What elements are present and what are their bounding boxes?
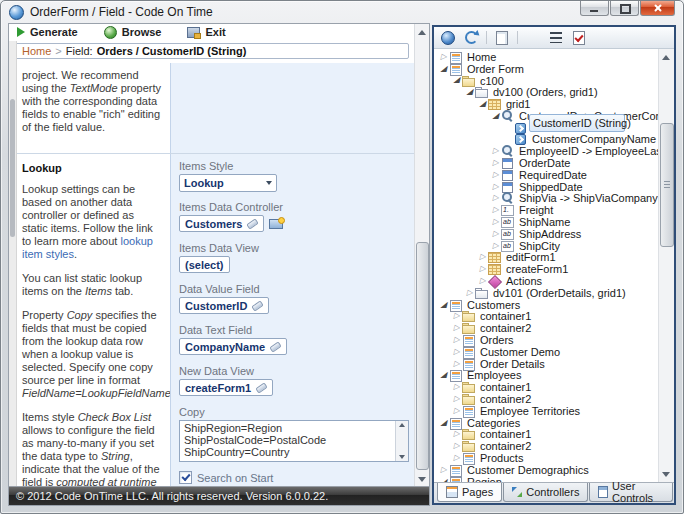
tree-item[interactable]: Order Details	[435, 358, 658, 370]
tree-item[interactable]: CustomerCompanyName (String)	[435, 134, 658, 146]
expand-toggle-icon[interactable]	[490, 230, 501, 238]
checkbox-search-on-start[interactable]	[179, 471, 192, 484]
tree-item[interactable]: Actions	[435, 275, 658, 287]
minimize-button[interactable]	[580, 1, 609, 16]
tab-controllers[interactable]: Controllers	[503, 483, 588, 502]
expand-toggle-icon[interactable]	[438, 466, 449, 474]
tree-item[interactable]: Categories	[435, 417, 658, 429]
tree-item[interactable]: ShipCity	[435, 240, 658, 252]
scroll-up-button[interactable]	[415, 25, 428, 39]
picker-items-data-view[interactable]: (select)	[179, 256, 230, 273]
expand-toggle-icon[interactable]	[451, 312, 462, 320]
tree-item[interactable]: ShipAddress	[435, 228, 658, 240]
picker-data-value-field[interactable]: CustomerID	[179, 297, 269, 314]
tree-item[interactable]: OrderDate	[435, 157, 658, 169]
tree-item[interactable]: c100	[435, 75, 658, 87]
expand-toggle-icon[interactable]	[490, 206, 501, 214]
expand-toggle-icon[interactable]	[490, 218, 501, 226]
breadcrumb-home-link[interactable]: Home	[22, 45, 51, 57]
left-edge-scrollbar[interactable]	[9, 41, 17, 487]
expand-toggle-icon[interactable]	[490, 147, 501, 155]
tree-scrollbar-thumb[interactable]	[660, 123, 674, 247]
tree-item[interactable]: Customer Demographics	[435, 464, 658, 476]
textarea-copy[interactable]: ShipRegion=Region ShipPostalCode=PostalC…	[179, 420, 409, 462]
tree-item[interactable]: container1	[435, 429, 658, 441]
tree-item[interactable]: Freight	[435, 204, 658, 216]
tree-item[interactable]: Products	[435, 452, 658, 464]
expand-toggle-icon[interactable]	[490, 242, 501, 250]
expand-toggle-icon[interactable]	[451, 360, 462, 368]
explorer-button-globe-sync[interactable]	[440, 30, 456, 46]
expand-toggle-icon[interactable]	[451, 395, 462, 403]
collapse-toggle-icon[interactable]	[438, 371, 449, 379]
tree-item[interactable]: editForm1	[435, 252, 658, 264]
tree-item[interactable]: container2	[435, 322, 658, 334]
tree-item[interactable]: Order Form	[435, 63, 658, 75]
expand-toggle-icon[interactable]	[477, 265, 488, 273]
expand-toggle-icon[interactable]	[477, 277, 488, 285]
tree-item[interactable]: EmployeeID -> EmployeeLastName	[435, 145, 658, 157]
tree-item[interactable]: ShippedDate	[435, 181, 658, 193]
explorer-button-tree-view[interactable]	[548, 30, 564, 46]
tree-item[interactable]: container2	[435, 393, 658, 405]
tree-item[interactable]: Customer Demo	[435, 346, 658, 358]
expand-toggle-icon[interactable]	[451, 454, 462, 462]
tree-item[interactable]: Customers	[435, 299, 658, 311]
tree-item[interactable]: RequiredDate	[435, 169, 658, 181]
tree-item[interactable]: ShipVia -> ShipViaCompanyName	[435, 193, 658, 205]
explorer-button-new-controller[interactable]	[525, 30, 541, 46]
tree-item[interactable]: Employees	[435, 370, 658, 382]
expand-toggle-icon[interactable]	[451, 430, 462, 438]
collapse-toggle-icon[interactable]	[464, 88, 475, 96]
tree-item[interactable]: dv100 (Orders, grid1)	[435, 86, 658, 98]
expand-toggle-icon[interactable]	[451, 442, 462, 450]
expand-toggle-icon[interactable]	[451, 407, 462, 415]
new-data-controller-icon[interactable]	[269, 219, 283, 229]
expand-toggle-icon[interactable]	[490, 171, 501, 179]
tree-scrollbar[interactable]	[658, 49, 674, 482]
picker-new-data-view[interactable]: createForm1	[179, 379, 273, 396]
expand-toggle-icon[interactable]	[490, 183, 501, 191]
maximize-button[interactable]	[610, 1, 639, 16]
expand-toggle-icon[interactable]	[438, 53, 449, 61]
tree-item[interactable]: CustomerID (String)	[435, 122, 658, 134]
collapse-toggle-icon[interactable]	[438, 419, 449, 427]
tree-scroll-down-button[interactable]	[659, 467, 672, 481]
title-bar[interactable]: OrderForm / Field - Code On Time	[1, 1, 683, 23]
left-edge-scrollbar-thumb[interactable]	[10, 99, 15, 237]
toolbar-button-generate[interactable]: Generate	[17, 26, 78, 38]
tree-item[interactable]: container1	[435, 311, 658, 323]
tree-item[interactable]: grid1	[435, 98, 658, 110]
textarea-scrollbar[interactable]	[395, 421, 408, 461]
select-items-style[interactable]: Lookup	[179, 174, 277, 192]
tree-scroll-up-button[interactable]	[659, 50, 672, 64]
expand-toggle-icon[interactable]	[490, 159, 501, 167]
expand-toggle-icon[interactable]	[451, 383, 462, 391]
expand-toggle-icon[interactable]	[490, 194, 501, 202]
expand-toggle-icon[interactable]	[464, 289, 475, 297]
tree-item[interactable]: Employee Territories	[435, 405, 658, 417]
main-scrollbar[interactable]	[414, 24, 429, 487]
tab-user-controls[interactable]: User Controls	[589, 483, 673, 502]
close-button[interactable]	[640, 1, 675, 16]
expand-toggle-icon[interactable]	[477, 253, 488, 261]
expand-toggle-icon[interactable]	[451, 336, 462, 344]
collapse-toggle-icon[interactable]	[477, 100, 488, 108]
expand-toggle-icon[interactable]	[451, 324, 462, 332]
tree-item[interactable]: Orders	[435, 334, 658, 346]
main-scrollbar-thumb[interactable]	[416, 242, 429, 470]
toolbar-button-exit[interactable]: Exit	[187, 26, 225, 38]
picker-items-data-controller[interactable]: Customers	[179, 215, 264, 232]
collapse-toggle-icon[interactable]	[490, 112, 501, 120]
explorer-button-refresh[interactable]	[463, 30, 479, 46]
toolbar-button-browse[interactable]: Browse	[104, 26, 162, 39]
picker-data-text-field[interactable]: CompanyName	[179, 338, 287, 355]
tree-item[interactable]: ShipName	[435, 216, 658, 228]
explorer-button-new-page[interactable]	[494, 30, 510, 46]
collapse-toggle-icon[interactable]	[438, 65, 449, 73]
expand-toggle-icon[interactable]	[451, 348, 462, 356]
tree-item[interactable]: container2	[435, 440, 658, 452]
tree-item[interactable]: container1	[435, 381, 658, 393]
scroll-down-button[interactable]	[415, 472, 428, 486]
tree-item[interactable]: Home	[435, 51, 658, 63]
